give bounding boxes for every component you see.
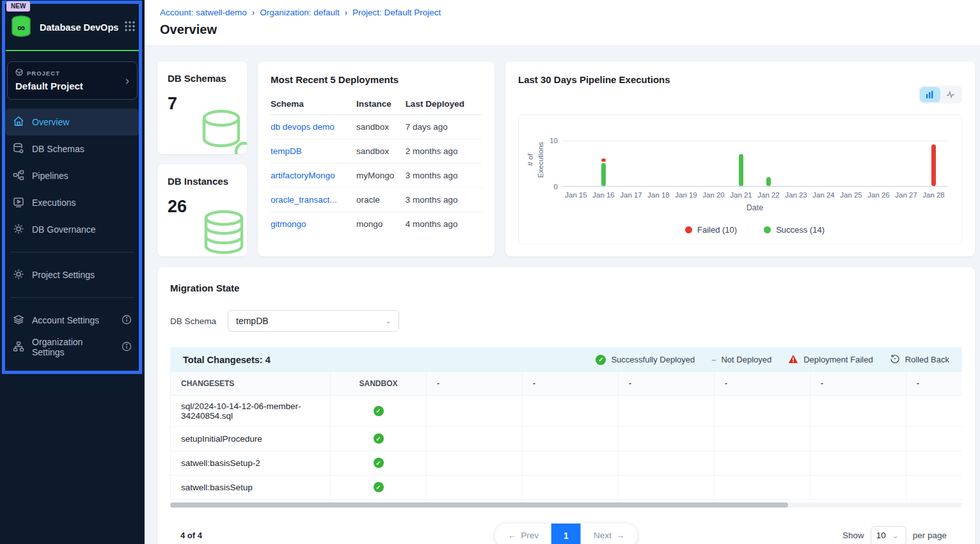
- db-schema-select[interactable]: tempDB ⌄: [228, 310, 399, 332]
- chart-bar-success-jan-22: [766, 177, 771, 186]
- changeset-row: setupInitialProcedure ✓: [171, 426, 963, 451]
- bar-chart-toggle-button[interactable]: [920, 87, 940, 102]
- db-schemas-card: DB Schemas 7: [157, 61, 247, 154]
- x-tick-label: Jan 24: [810, 191, 837, 199]
- table-row: tempDB sandbox 2 months ago: [271, 139, 482, 164]
- sidebar-item-executions[interactable]: Executions: [5, 189, 139, 216]
- x-tick-label: Jan 23: [782, 191, 810, 199]
- stat-cards: DB Schemas 7 DB Instances 26: [157, 61, 247, 256]
- database-icon: [196, 105, 247, 154]
- column-header-sandbox: SANDBOX: [331, 372, 427, 395]
- schema-link[interactable]: tempDB: [271, 146, 302, 156]
- scrollbar-thumb[interactable]: [170, 502, 788, 508]
- last-deployed-cell: 4 months ago: [406, 212, 482, 237]
- db-schema-label: DB Schema: [170, 316, 216, 326]
- chart-bar-success-jan-16: [601, 163, 606, 186]
- page-size-control: Show 10 ⌄ per page: [842, 526, 947, 544]
- last-deployed-cell: 2 months ago: [406, 139, 482, 164]
- changeset-name: setupInitialProcedure: [171, 426, 331, 451]
- chart-bar-failed-jan-16: [601, 159, 606, 162]
- sidebar-item-organization-settings[interactable]: Organization Settings: [5, 334, 139, 361]
- column-header-empty: -: [523, 372, 619, 395]
- sidebar-item-db-schemas[interactable]: DB Schemas: [5, 136, 139, 162]
- column-header-empty: -: [619, 372, 715, 395]
- info-icon[interactable]: [122, 315, 132, 327]
- schema-link[interactable]: gitmongo: [271, 219, 306, 229]
- column-header-last-deployed: Last Deployed: [406, 93, 482, 115]
- schema-link[interactable]: artifactoryMongo: [271, 171, 335, 180]
- instance-cell: myMongo: [356, 164, 406, 188]
- project-selector[interactable]: PROJECT Default Project ›: [7, 61, 138, 100]
- success-icon: ✓: [374, 433, 384, 444]
- changeset-row: satwell:basisSetup-2 ✓: [171, 451, 963, 475]
- changesets-table-viewport: CHANGESETS SANDBOX - - - - - -: [170, 372, 962, 500]
- column-header-empty: -: [906, 372, 963, 395]
- breadcrumb-account-link[interactable]: Account: satwell-demo: [160, 8, 247, 17]
- x-tick-label: Jan 17: [617, 191, 645, 199]
- schema-link[interactable]: oracle_transact...: [271, 195, 337, 205]
- sidebar-item-account-settings[interactable]: Account Settings: [5, 307, 139, 334]
- status-legend: ✓ Successfully Deployed – Not Deployed: [596, 354, 949, 366]
- breadcrumb-project-link[interactable]: Project: Default Project: [352, 8, 441, 17]
- brand-underline: [6, 50, 139, 51]
- arrow-right-icon: →: [616, 531, 625, 540]
- changesets-summary-band: Total Changesets: 4 ✓ Successfully Deplo…: [170, 347, 962, 372]
- changeset-row: sql/2024-10-14-12-06-member-34240854.sql…: [171, 395, 963, 426]
- project-name: Default Project: [15, 81, 129, 91]
- legend-item-success: Success (14): [764, 225, 825, 235]
- success-icon: ✓: [374, 458, 384, 468]
- project-label: PROJECT: [27, 70, 60, 77]
- x-tick-label: Jan 19: [672, 191, 700, 199]
- column-header-changesets: CHANGESETS: [171, 372, 331, 395]
- breadcrumb-organization-link[interactable]: Organization: default: [260, 8, 340, 17]
- legend-item-failed: Failed (10): [685, 225, 737, 235]
- pagination: ← Prev 1 Next →: [495, 524, 638, 544]
- column-header-schema: Schema: [271, 93, 356, 115]
- nav-label: Pipelines: [32, 171, 68, 181]
- migration-heading: Migration State: [170, 283, 962, 293]
- main-area: Account: satwell-demo › Organization: de…: [145, 0, 980, 544]
- line-chart-toggle-button[interactable]: [940, 87, 961, 102]
- rollback-icon: [890, 354, 900, 366]
- nav-label: Organization Settings: [32, 337, 114, 357]
- prev-page-button[interactable]: ← Prev: [495, 524, 551, 544]
- instance-cell: sandbox: [356, 139, 406, 164]
- nav-label: DB Governance: [32, 224, 96, 235]
- x-tick-label: Jan 28: [920, 191, 947, 199]
- per-page-label: per page: [913, 531, 947, 540]
- migration-state-card: Migration State DB Schema tempDB ⌄ Total…: [157, 267, 975, 544]
- app-logo-database-icon: ∞: [9, 14, 33, 41]
- schema-link[interactable]: db devops demo: [271, 122, 335, 132]
- app-title: Database DevOps: [40, 22, 124, 33]
- chart-plot: [562, 141, 947, 187]
- info-icon[interactable]: [122, 341, 132, 354]
- total-changesets: Total Changesets: 4: [183, 355, 271, 365]
- page-number-1[interactable]: 1: [551, 524, 581, 544]
- horizontal-scrollbar: [170, 502, 962, 508]
- breadcrumb-separator: ›: [345, 8, 347, 17]
- gear-icon: [13, 223, 24, 237]
- sidebar: NEW ∞ Database DevOps: [0, 0, 145, 544]
- chevron-down-icon: ⌄: [385, 316, 391, 325]
- chart-x-labels: Jan 15Jan 16Jan 17Jan 18Jan 19Jan 20Jan …: [562, 191, 947, 199]
- sidebar-item-db-governance[interactable]: DB Governance: [5, 216, 139, 243]
- last-deployed-cell: 3 months ago: [406, 164, 482, 188]
- sidebar-item-pipelines[interactable]: Pipelines: [5, 162, 139, 189]
- table-row: oracle_transact... oracle 3 months ago: [271, 188, 482, 212]
- org-chart-gear-icon: [13, 341, 24, 354]
- sidebar-nav: Overview DB Schemas: [0, 109, 145, 361]
- last-deployed-cell: 3 months ago: [406, 188, 482, 212]
- sidebar-item-overview[interactable]: Overview: [5, 109, 139, 136]
- x-tick-label: Jan 16: [590, 191, 617, 199]
- next-page-button[interactable]: Next →: [581, 524, 637, 544]
- success-dot-icon: [764, 226, 771, 233]
- legend-not-deployed: – Not Deployed: [711, 355, 771, 364]
- nav-label: Account Settings: [32, 315, 99, 325]
- x-tick-label: Jan 20: [700, 191, 727, 199]
- sidebar-item-project-settings[interactable]: Project Settings: [5, 261, 139, 288]
- chevron-right-icon: ›: [125, 74, 129, 88]
- apps-grid-icon[interactable]: [124, 20, 136, 35]
- changeset-name: satwell:basisSetup: [171, 475, 331, 499]
- page-size-select[interactable]: 10 ⌄: [871, 526, 906, 544]
- chart-type-toggle: [919, 86, 962, 104]
